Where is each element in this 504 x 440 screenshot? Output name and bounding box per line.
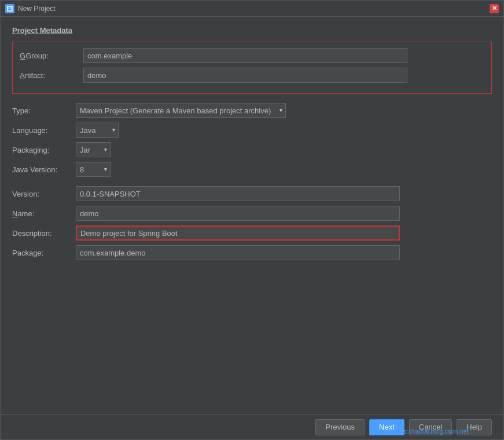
artifact-label: Artifact: xyxy=(20,71,83,80)
description-input[interactable] xyxy=(76,225,400,241)
artifact-row: Artifact: xyxy=(20,68,484,83)
name-input[interactable] xyxy=(76,206,400,221)
title-bar-left: New Project xyxy=(5,4,56,13)
package-row: Package: xyxy=(12,245,492,260)
watermark: https://baibai.blog.csdn.net xyxy=(393,428,469,435)
language-select[interactable]: Java Kotlin Groovy xyxy=(76,123,119,138)
name-row: Name: xyxy=(12,206,492,221)
version-input[interactable] xyxy=(76,186,400,201)
description-row: Description: xyxy=(12,225,492,241)
version-row: Version: xyxy=(12,186,492,201)
type-select[interactable]: Maven Project (Generate a Maven based pr… xyxy=(76,103,286,118)
group-row: GGroup: xyxy=(20,48,484,63)
new-project-window: New Project ✕ Project Metadata GGroup: A… xyxy=(0,0,504,440)
type-row: Type: Maven Project (Generate a Maven ba… xyxy=(12,103,492,118)
name-label: Name: xyxy=(12,209,76,218)
artifact-input[interactable] xyxy=(83,68,407,83)
footer: Previous Next Cancel Help xyxy=(1,414,503,439)
group-input[interactable] xyxy=(83,48,407,63)
package-input[interactable] xyxy=(76,245,400,260)
type-select-wrapper: Maven Project (Generate a Maven based pr… xyxy=(76,103,286,118)
packaging-row: Packaging: Jar War xyxy=(12,142,492,157)
section-title: Project Metadata xyxy=(12,26,492,35)
close-button[interactable]: ✕ xyxy=(490,4,499,13)
language-label: Language: xyxy=(12,126,76,135)
packaging-select-wrapper: Jar War xyxy=(76,142,111,157)
svg-rect-0 xyxy=(8,6,12,11)
language-select-wrapper: Java Kotlin Groovy xyxy=(76,123,119,138)
language-row: Language: Java Kotlin Groovy xyxy=(12,123,492,138)
package-label: Package: xyxy=(12,249,76,257)
java-version-select[interactable]: 8 11 17 xyxy=(76,162,111,177)
group-artifact-box: GGroup: Artifact: xyxy=(12,42,492,94)
previous-button[interactable]: Previous xyxy=(315,419,365,435)
version-label: Version: xyxy=(12,190,76,198)
group-label: GGroup: xyxy=(20,51,83,60)
title-bar: New Project ✕ xyxy=(1,1,503,17)
type-label: Type: xyxy=(12,106,76,115)
app-icon xyxy=(5,4,14,13)
description-label: Description: xyxy=(12,229,76,238)
java-version-row: Java Version: 8 11 17 xyxy=(12,162,492,177)
content-area: Project Metadata GGroup: Artifact: Type: xyxy=(1,17,503,414)
packaging-label: Packaging: xyxy=(12,146,76,154)
packaging-select[interactable]: Jar War xyxy=(76,142,111,157)
window-title: New Project xyxy=(18,5,56,13)
java-version-select-wrapper: 8 11 17 xyxy=(76,162,111,177)
java-version-label: Java Version: xyxy=(12,165,76,174)
